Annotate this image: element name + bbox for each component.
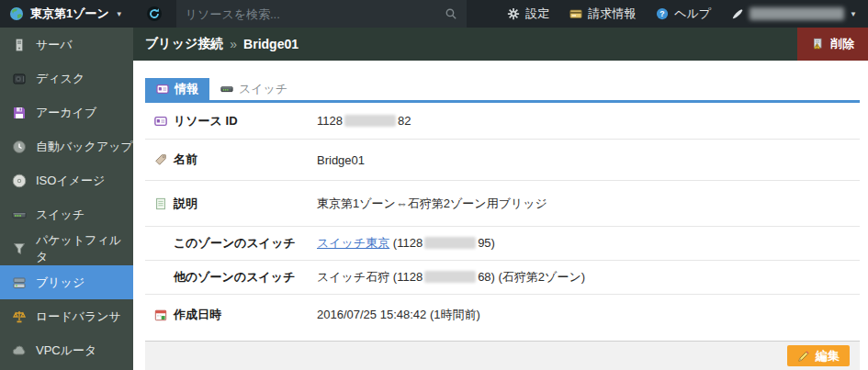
billing-label: 請求情報	[588, 6, 636, 22]
svg-text:?: ?	[659, 9, 664, 18]
resource-id-value: 112882	[317, 114, 411, 128]
id-card-icon	[154, 115, 167, 128]
blurred-text	[344, 115, 396, 127]
delete-button-label: 削除	[830, 36, 854, 52]
sidebar-item-switch[interactable]: スイッチ	[0, 197, 133, 231]
row-label: 名前	[154, 151, 317, 168]
topbar-right: 設定 請求情報 ? ヘルプ ▼	[507, 6, 868, 22]
tabbar: 情報 スイッチ	[145, 61, 860, 103]
gear-icon	[507, 7, 520, 20]
username-blurred	[750, 7, 844, 20]
filter-funnel-icon	[12, 241, 27, 256]
content: 情報 スイッチ リソース ID 112882 名前	[133, 61, 868, 370]
note-icon	[154, 197, 167, 210]
detail-row-name: 名前 Bridge01	[145, 140, 860, 181]
tag-icon	[154, 153, 167, 166]
settings-label: 設定	[525, 6, 549, 22]
sidebar-item-label: サーバ	[36, 37, 73, 53]
sidebar-item-label: パケットフィルタ	[36, 232, 133, 265]
delete-warning-icon	[811, 38, 824, 50]
zone-selector[interactable]: 東京第1ゾーン ▼	[0, 0, 132, 28]
main-panel: ブリッジ接続 » Bridge01 削除 情報 スイッチ リソース ID	[133, 28, 868, 370]
delete-button[interactable]: 削除	[797, 28, 868, 61]
caret-down-icon: ▼	[850, 10, 857, 18]
blurred-text	[424, 237, 476, 249]
help-label: ヘルプ	[674, 6, 711, 22]
detail-row-created-at: 作成日時 2016/07/25 15:48:42 (1時間前)	[145, 295, 860, 335]
zone-label: 東京第1ゾーン	[30, 6, 109, 22]
page-header: ブリッジ接続 » Bridge01 削除	[133, 28, 868, 61]
refresh-icon	[147, 6, 162, 21]
topbar: 東京第1ゾーン ▼ 設定 請求情報 ? ヘルプ ▼	[0, 0, 868, 28]
search-box	[176, 0, 467, 28]
sidebar-item-bridge[interactable]: ブリッジ	[0, 265, 133, 299]
sidebar-item-autobackup[interactable]: 自動バックアップ	[0, 129, 133, 163]
sidebar-item-vpcrouter[interactable]: VPCルータ	[0, 333, 133, 367]
sidebar-item-iso[interactable]: ISOイメージ	[0, 163, 133, 197]
backup-clock-icon	[12, 140, 27, 154]
panel-footer: 編集	[145, 341, 860, 370]
blurred-text	[424, 271, 476, 283]
row-label: このゾーンのスイッチ	[154, 235, 317, 252]
breadcrumb-current: Bridge01	[243, 37, 299, 51]
icon-spacer	[154, 271, 167, 284]
sidebar-item-label: ディスク	[36, 71, 85, 87]
row-label: 作成日時	[154, 307, 317, 323]
help-icon: ?	[656, 7, 669, 20]
detail-row-other-zone-switch: 他のゾーンのスイッチ スイッチ石狩 (112868) (石狩第2ゾーン)	[145, 261, 860, 295]
id-card-icon	[156, 83, 169, 95]
sidebar-item-disk[interactable]: ディスク	[0, 62, 133, 95]
pen-icon	[731, 7, 744, 20]
pencil-icon	[797, 350, 810, 363]
calendar-icon	[154, 308, 167, 321]
tab-info[interactable]: 情報	[145, 78, 209, 100]
loadbalancer-scales-icon	[12, 309, 27, 324]
icon-spacer	[154, 237, 167, 250]
row-label: 説明	[154, 196, 317, 212]
search-icon[interactable]	[445, 7, 457, 20]
edit-button-label: 編集	[816, 348, 840, 364]
tab-label: スイッチ	[239, 81, 287, 97]
settings-button[interactable]: 設定	[507, 6, 549, 22]
switch-tokyo-link[interactable]: スイッチ東京	[317, 236, 389, 250]
this-zone-switch-value: スイッチ東京 (112895)	[317, 235, 495, 252]
refresh-button[interactable]	[143, 3, 165, 25]
sidebar-item-server[interactable]: サーバ	[0, 28, 133, 62]
server-icon	[12, 38, 27, 52]
name-value: Bridge01	[317, 153, 365, 167]
detail-table: リソース ID 112882 名前 Bridge01 説明 東京第1ゾーン⇔石	[145, 103, 860, 335]
iso-disc-icon	[12, 174, 27, 188]
sidebar-item-label: ブリッジ	[36, 275, 85, 291]
sidebar-item-label: ISOイメージ	[36, 173, 105, 189]
switch-icon	[220, 83, 233, 95]
other-zone-switch-value: スイッチ石狩 (112868) (石狩第2ゾーン)	[317, 269, 585, 286]
sidebar-item-label: ロードバランサ	[36, 308, 121, 325]
help-button[interactable]: ? ヘルプ	[656, 6, 711, 22]
detail-row-this-zone-switch: このゾーンのスイッチ スイッチ東京 (112895)	[145, 227, 860, 261]
sidebar-item-loadbalancer[interactable]: ロードバランサ	[0, 299, 133, 333]
vpc-cloud-icon	[12, 343, 27, 358]
switch-icon	[12, 207, 27, 222]
user-menu[interactable]: ▼	[731, 7, 857, 20]
tab-label: 情報	[175, 81, 198, 97]
sidebar-item-label: VPCルータ	[36, 342, 96, 359]
breadcrumb-separator: »	[230, 37, 237, 51]
detail-row-description: 説明 東京第1ゾーン⇔石狩第2ゾーン用ブリッジ	[145, 181, 860, 227]
description-value: 東京第1ゾーン⇔石狩第2ゾーン用ブリッジ	[317, 196, 547, 212]
bridge-icon	[12, 275, 27, 290]
sidebar-item-label: アーカイブ	[36, 105, 96, 121]
sidebar-item-archive[interactable]: アーカイブ	[0, 95, 133, 129]
tab-switch[interactable]: スイッチ	[209, 78, 299, 100]
row-label: リソース ID	[154, 113, 317, 129]
row-label: 他のゾーンのスイッチ	[154, 269, 317, 286]
detail-row-resource-id: リソース ID 112882	[145, 103, 860, 140]
breadcrumb-section[interactable]: ブリッジ接続	[145, 36, 223, 52]
billing-button[interactable]: 請求情報	[569, 6, 636, 22]
sidebar-item-packetfilter[interactable]: パケットフィルタ	[0, 231, 133, 265]
caret-down-icon: ▼	[116, 10, 123, 18]
search-input[interactable]	[186, 7, 445, 21]
created-at-value: 2016/07/25 15:48:42 (1時間前)	[317, 307, 480, 323]
disk-icon	[12, 72, 27, 86]
edit-button[interactable]: 編集	[787, 345, 850, 366]
sidebar-item-label: 自動バックアップ	[36, 139, 133, 155]
